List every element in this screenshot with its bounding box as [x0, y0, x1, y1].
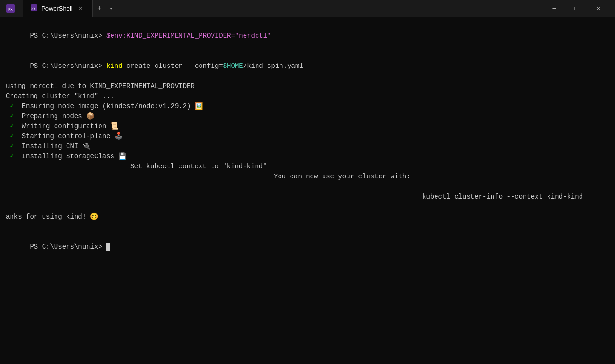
terminal-line-2: PS C:\Users\nunix> kind create cluster -…: [6, 51, 609, 81]
check-4: ✓: [6, 132, 18, 140]
terminal-line-13: kubectl cluster-info --context kind-kind: [6, 192, 609, 202]
step-5-text: Installing CNI 🔌: [18, 143, 90, 150]
svg-text:PS: PS: [7, 6, 13, 12]
tab-dropdown-button[interactable]: ▾: [106, 2, 116, 15]
tab-icon: PS: [31, 4, 37, 12]
prompt-2: PS C:\Users\nunix>: [30, 62, 106, 70]
terminal-line-blank-1: [6, 182, 609, 192]
minimize-button[interactable]: —: [543, 0, 565, 17]
terminal-line-7: ✓ Writing configuration 📜: [6, 121, 609, 132]
terminal-body[interactable]: PS C:\Users\nunix> $env:KIND_EXPERIMENTA…: [0, 17, 615, 364]
terminal-line-11: Set kubectl context to "kind-kind": [6, 162, 609, 172]
terminal-line-3: using nerdctl due to KIND_EXPERIMENTAL_P…: [6, 81, 609, 91]
svg-text:PS: PS: [31, 6, 35, 11]
terminal-line-12: You can now use your cluster with:: [6, 172, 609, 182]
terminal-line-blank-3: [6, 222, 609, 232]
env-value-1: "nerdctl": [235, 32, 271, 40]
terminal-line-9: ✓ Installing CNI 🔌: [6, 142, 609, 152]
titlebar: PS PS PowerShell ✕ + ▾ — □ ✕: [0, 0, 615, 17]
app-icon: PS: [6, 4, 15, 13]
terminal-line-8: ✓ Starting control-plane 🕹️: [6, 132, 609, 142]
cursor: [106, 243, 110, 251]
step-6-text: Installing StorageClass 💾: [18, 153, 126, 160]
terminal-line-1: PS C:\Users\nunix> $env:KIND_EXPERIMENTA…: [6, 21, 609, 51]
step-4-text: Starting control-plane 🕹️: [18, 132, 123, 140]
check-3: ✓: [6, 122, 18, 130]
terminal-window: PS PS PowerShell ✕ + ▾ — □ ✕ PS C:\Users…: [0, 0, 615, 364]
step-2-text: Preparing nodes 📦: [18, 112, 94, 120]
window-controls: — □ ✕: [543, 0, 609, 17]
tab-powershell[interactable]: PS PowerShell ✕: [23, 0, 93, 17]
check-2: ✓: [6, 112, 18, 120]
cmd-rest: create cluster --config=$HOME/kind-spin.…: [123, 62, 303, 70]
tab-close-button[interactable]: ✕: [77, 4, 85, 12]
terminal-line-10: ✓ Installing StorageClass 💾: [6, 152, 609, 162]
env-var-1: $env:KIND_EXPERIMENTAL_PROVIDER=: [106, 32, 235, 40]
maximize-button[interactable]: □: [565, 0, 587, 17]
step-1-text: Ensuring node image (kindest/node:v1.29.…: [18, 102, 203, 110]
tab-bar: PS PowerShell ✕ + ▾: [23, 0, 116, 17]
prompt-1: PS C:\Users\nunix>: [30, 32, 106, 40]
prompt-final: PS C:\Users\nunix>: [30, 243, 106, 251]
check-5: ✓: [6, 143, 18, 150]
close-button[interactable]: ✕: [587, 0, 609, 17]
tab-label: PowerShell: [41, 5, 73, 12]
terminal-line-6: ✓ Preparing nodes 📦: [6, 111, 609, 121]
terminal-line-15: PS C:\Users\nunix>: [6, 232, 609, 262]
terminal-line-4: Creating cluster "kind" ...: [6, 91, 609, 101]
terminal-line-blank-2: [6, 202, 609, 212]
new-tab-button[interactable]: +: [93, 2, 106, 15]
terminal-line-5: ✓ Ensuring node image (kindest/node:v1.2…: [6, 101, 609, 111]
check-1: ✓: [6, 102, 18, 110]
step-3-text: Writing configuration 📜: [18, 122, 118, 130]
terminal-line-14: anks for using kind! 😊: [6, 212, 609, 222]
cmd-kind: kind: [106, 62, 123, 70]
check-6: ✓: [6, 153, 18, 160]
